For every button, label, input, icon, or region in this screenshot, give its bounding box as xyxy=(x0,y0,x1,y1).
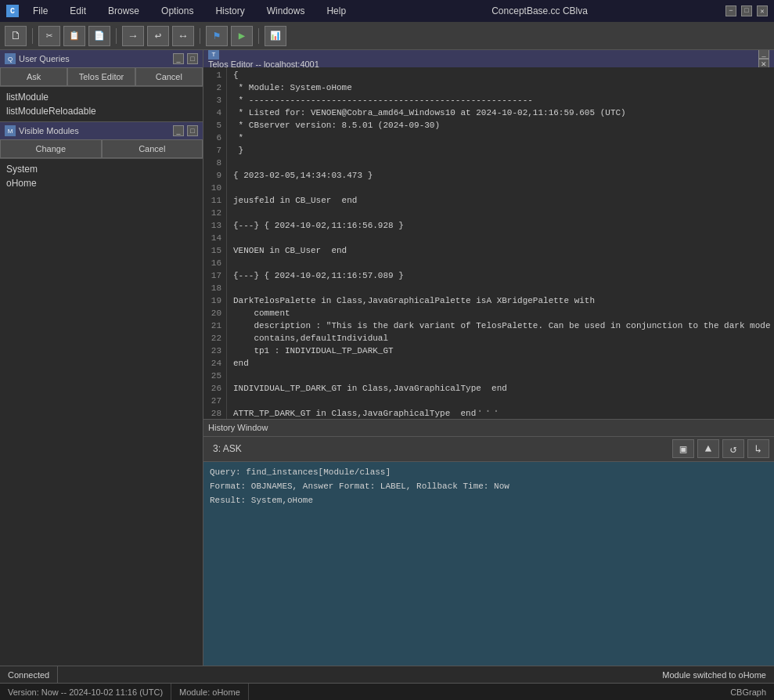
visible-modules-icon: M xyxy=(5,125,16,136)
user-queries-maximize[interactable]: □ xyxy=(187,53,198,64)
app-menu-options[interactable]: Options xyxy=(153,4,201,18)
visible-modules-minimize[interactable]: _ xyxy=(173,125,184,136)
info-bar: Version: Now -- 2024-10-02 11:16 (UTC) M… xyxy=(0,683,774,700)
visible-modules-list: System oHome xyxy=(0,159,203,666)
history-titlebar: History Window xyxy=(203,420,774,437)
app-menu-file[interactable]: File xyxy=(25,4,56,18)
maximize-button[interactable]: □ xyxy=(741,5,752,16)
tb-chart-button[interactable]: 📊 xyxy=(265,26,286,46)
main-toolbar: 🗋 ✂ 📋 📄 → ↩ ↔ ⚑ ▶ 📊 xyxy=(0,22,774,50)
visible-modules-maximize[interactable]: □ xyxy=(187,125,198,136)
visible-modules-panel: M Visible Modules _ □ Change Cancel Syst… xyxy=(0,122,203,666)
history-query-label: 3: ASK xyxy=(208,443,247,454)
tb-copy-button[interactable]: 📋 xyxy=(63,26,85,46)
history-title: History Window xyxy=(208,423,268,432)
scroll-indicator: ··· xyxy=(477,405,501,417)
editor-text[interactable]: { * Module: System-oHome * -------------… xyxy=(227,67,774,419)
history-query-text: Query: find_instances[Module/class] xyxy=(210,465,768,479)
tb-swap-button[interactable]: ↔ xyxy=(172,26,194,46)
visible-modules-titlebar: M Visible Modules _ □ xyxy=(0,122,203,139)
tb-forward-button[interactable]: → xyxy=(122,26,144,46)
module-info: Module: oHome xyxy=(171,684,249,700)
tb-sep3 xyxy=(200,28,200,44)
tb-sep1 xyxy=(32,28,33,44)
left-panel: Q User Queries _ □ Ask Telos Editor Canc… xyxy=(0,50,203,666)
telos-editor-button[interactable]: Telos Editor xyxy=(67,67,135,86)
app-menu-browse[interactable]: Browse xyxy=(100,4,147,18)
history-format-text: Format: OBJNAMES, Answer Format: LABEL, … xyxy=(210,479,768,493)
list-item[interactable]: listModule xyxy=(3,90,200,104)
app-menu-windows[interactable]: Windows xyxy=(259,4,313,18)
change-button[interactable]: Change xyxy=(0,139,102,158)
history-nav-up[interactable]: ▲ xyxy=(697,439,719,458)
history-window-panel: History Window 3: ASK ▣ ▲ ↺ ↳ Query: fin… xyxy=(203,420,774,666)
window-title: ConceptBase.cc CBlva xyxy=(354,5,725,16)
ask-button[interactable]: Ask xyxy=(0,67,67,86)
version-info: Version: Now -- 2024-10-02 11:16 (UTC) xyxy=(0,684,171,700)
telos-editor-titlebar: T Telos Editor -- localhost:4001 _ ✕ xyxy=(203,50,774,67)
tb-new-button[interactable]: 🗋 xyxy=(5,26,27,46)
user-queries-titlebar: Q User Queries _ □ xyxy=(0,50,203,67)
tb-back-button[interactable]: ↩ xyxy=(147,26,169,46)
tb-flag-button[interactable]: ⚑ xyxy=(206,26,228,46)
title-bar: C File Edit Browse Options History Windo… xyxy=(0,0,774,22)
telos-editor-minimize[interactable]: _ xyxy=(758,50,769,59)
visible-modules-title: Visible Modules xyxy=(19,126,79,135)
list-item[interactable]: System xyxy=(3,162,200,176)
history-nav-next[interactable]: ↳ xyxy=(747,439,769,458)
app-info: CBGraph xyxy=(722,684,774,700)
line-numbers: 12345 678910 1112131415 1617181920 21222… xyxy=(203,67,227,419)
telos-editor-panel: T Telos Editor -- localhost:4001 _ ✕ 123… xyxy=(203,50,774,420)
user-queries-minimize[interactable]: _ xyxy=(173,53,184,64)
app-menu-help[interactable]: Help xyxy=(319,4,354,18)
app-menu-edit[interactable]: Edit xyxy=(62,4,94,18)
history-result-text: Result: System,oHome xyxy=(210,493,768,507)
main-area: Q User Queries _ □ Ask Telos Editor Canc… xyxy=(0,50,774,666)
minimize-button[interactable]: − xyxy=(725,5,736,16)
module-status: Module switched to oHome xyxy=(654,666,774,683)
visible-modules-buttons: Change Cancel xyxy=(0,139,203,159)
tb-sep4 xyxy=(258,28,259,44)
right-panel: T Telos Editor -- localhost:4001 _ ✕ 123… xyxy=(203,50,774,666)
history-toolbar: 3: ASK ▣ ▲ ↺ ↳ xyxy=(203,437,774,462)
tb-paste-button[interactable]: 📄 xyxy=(88,26,110,46)
tb-cut-button[interactable]: ✂ xyxy=(38,26,60,46)
history-content: Query: find_instances[Module/class] Form… xyxy=(203,462,774,666)
vm-cancel-button[interactable]: Cancel xyxy=(102,139,203,158)
list-item[interactable]: oHome xyxy=(3,176,200,190)
tb-run-button[interactable]: ▶ xyxy=(231,26,253,46)
app-icon: C xyxy=(6,5,19,17)
history-nav-stop[interactable]: ▣ xyxy=(672,439,694,458)
tb-sep2 xyxy=(116,28,117,44)
connection-status: Connected xyxy=(0,666,58,683)
status-bar: Connected Module switched to oHome xyxy=(0,666,774,683)
editor-content[interactable]: 12345 678910 1112131415 1617181920 21222… xyxy=(203,67,774,419)
telos-editor-icon: T xyxy=(208,50,219,60)
close-button[interactable]: ✕ xyxy=(757,5,768,16)
user-queries-buttons: Ask Telos Editor Cancel xyxy=(0,67,203,87)
user-queries-title: User Queries xyxy=(19,54,70,63)
list-item[interactable]: listModuleReloadable xyxy=(3,104,200,118)
uq-cancel-button[interactable]: Cancel xyxy=(135,67,203,86)
history-nav-replay[interactable]: ↺ xyxy=(722,439,744,458)
app-menu-history[interactable]: History xyxy=(207,4,252,18)
user-queries-panel: Q User Queries _ □ Ask Telos Editor Canc… xyxy=(0,50,203,122)
user-queries-list: listModule listModuleReloadable xyxy=(0,87,203,121)
user-queries-icon: Q xyxy=(5,53,16,64)
